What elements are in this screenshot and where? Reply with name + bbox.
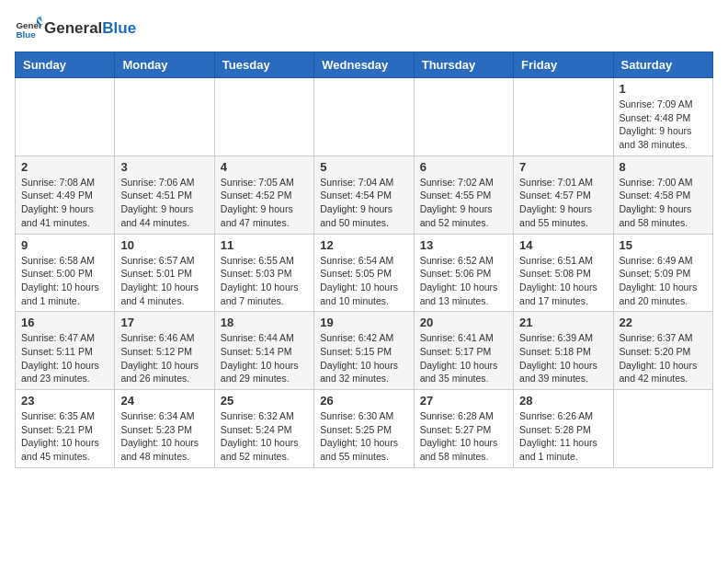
day-cell: 14Sunrise: 6:51 AM Sunset: 5:08 PM Dayli… bbox=[514, 234, 613, 312]
day-cell: 22Sunrise: 6:37 AM Sunset: 5:20 PM Dayli… bbox=[613, 312, 712, 390]
day-info: Sunrise: 6:28 AM Sunset: 5:27 PM Dayligh… bbox=[420, 409, 507, 464]
day-cell: 21Sunrise: 6:39 AM Sunset: 5:18 PM Dayli… bbox=[514, 312, 613, 390]
day-number: 26 bbox=[320, 394, 407, 408]
day-cell: 27Sunrise: 6:28 AM Sunset: 5:27 PM Dayli… bbox=[414, 390, 513, 468]
day-number: 20 bbox=[420, 316, 507, 329]
day-cell: 12Sunrise: 6:54 AM Sunset: 5:05 PM Dayli… bbox=[314, 234, 414, 312]
day-cell: 18Sunrise: 6:44 AM Sunset: 5:14 PM Dayli… bbox=[214, 312, 313, 390]
day-cell bbox=[314, 78, 414, 156]
logo-general-text: General bbox=[44, 19, 102, 37]
day-info: Sunrise: 6:58 AM Sunset: 5:00 PM Dayligh… bbox=[21, 254, 108, 308]
day-cell: 25Sunrise: 6:32 AM Sunset: 5:24 PM Dayli… bbox=[214, 390, 313, 468]
day-info: Sunrise: 6:46 AM Sunset: 5:12 PM Dayligh… bbox=[120, 331, 208, 385]
day-cell: 15Sunrise: 6:49 AM Sunset: 5:09 PM Dayli… bbox=[613, 234, 712, 312]
week-row-3: 9Sunrise: 6:58 AM Sunset: 5:00 PM Daylig… bbox=[16, 234, 713, 312]
day-cell: 28Sunrise: 6:26 AM Sunset: 5:28 PM Dayli… bbox=[514, 390, 613, 468]
day-cell: 16Sunrise: 6:47 AM Sunset: 5:11 PM Dayli… bbox=[16, 312, 115, 390]
header-sunday: Sunday bbox=[16, 52, 115, 78]
header-monday: Monday bbox=[115, 52, 214, 78]
day-number: 12 bbox=[320, 238, 407, 252]
day-number: 6 bbox=[420, 160, 507, 174]
day-info: Sunrise: 6:44 AM Sunset: 5:14 PM Dayligh… bbox=[221, 331, 308, 385]
day-cell: 24Sunrise: 6:34 AM Sunset: 5:23 PM Dayli… bbox=[115, 390, 214, 468]
calendar: SundayMondayTuesdayWednesdayThursdayFrid… bbox=[15, 52, 713, 468]
day-cell: 3Sunrise: 7:06 AM Sunset: 4:51 PM Daylig… bbox=[115, 155, 214, 234]
day-number: 27 bbox=[420, 394, 507, 408]
day-cell: 20Sunrise: 6:41 AM Sunset: 5:17 PM Dayli… bbox=[414, 312, 513, 390]
day-cell bbox=[16, 78, 115, 156]
day-number: 21 bbox=[519, 316, 607, 329]
day-info: Sunrise: 6:30 AM Sunset: 5:25 PM Dayligh… bbox=[320, 409, 407, 464]
day-number: 9 bbox=[21, 238, 108, 252]
day-info: Sunrise: 7:02 AM Sunset: 4:55 PM Dayligh… bbox=[420, 176, 507, 230]
day-number: 23 bbox=[21, 394, 108, 408]
day-info: Sunrise: 6:41 AM Sunset: 5:17 PM Dayligh… bbox=[420, 331, 507, 385]
day-number: 2 bbox=[21, 160, 108, 174]
day-info: Sunrise: 6:37 AM Sunset: 5:20 PM Dayligh… bbox=[620, 331, 707, 385]
day-info: Sunrise: 6:49 AM Sunset: 5:09 PM Dayligh… bbox=[620, 254, 707, 308]
day-number: 16 bbox=[21, 316, 108, 329]
day-number: 19 bbox=[320, 316, 407, 329]
day-info: Sunrise: 7:05 AM Sunset: 4:52 PM Dayligh… bbox=[221, 176, 308, 230]
header-wednesday: Wednesday bbox=[314, 52, 414, 78]
day-info: Sunrise: 7:01 AM Sunset: 4:57 PM Dayligh… bbox=[519, 176, 607, 230]
day-info: Sunrise: 6:52 AM Sunset: 5:06 PM Dayligh… bbox=[420, 254, 507, 308]
day-info: Sunrise: 6:42 AM Sunset: 5:15 PM Dayligh… bbox=[320, 331, 407, 385]
day-number: 28 bbox=[519, 394, 607, 408]
day-number: 5 bbox=[320, 160, 407, 174]
header-thursday: Thursday bbox=[414, 52, 513, 78]
logo-blue-text: Blue bbox=[102, 19, 136, 37]
day-cell: 8Sunrise: 7:00 AM Sunset: 4:58 PM Daylig… bbox=[613, 155, 712, 234]
day-cell: 10Sunrise: 6:57 AM Sunset: 5:01 PM Dayli… bbox=[115, 234, 214, 312]
day-number: 18 bbox=[221, 316, 308, 329]
day-info: Sunrise: 7:09 AM Sunset: 4:48 PM Dayligh… bbox=[620, 98, 707, 152]
day-info: Sunrise: 6:47 AM Sunset: 5:11 PM Dayligh… bbox=[21, 331, 108, 385]
day-number: 17 bbox=[120, 316, 208, 329]
header-saturday: Saturday bbox=[613, 52, 712, 78]
day-info: Sunrise: 7:00 AM Sunset: 4:58 PM Dayligh… bbox=[620, 176, 707, 230]
day-cell: 2Sunrise: 7:08 AM Sunset: 4:49 PM Daylig… bbox=[16, 155, 115, 234]
day-cell bbox=[514, 78, 613, 156]
day-cell: 19Sunrise: 6:42 AM Sunset: 5:15 PM Dayli… bbox=[314, 312, 414, 390]
day-number: 24 bbox=[120, 394, 208, 408]
day-number: 8 bbox=[620, 160, 707, 174]
day-cell: 1Sunrise: 7:09 AM Sunset: 4:48 PM Daylig… bbox=[613, 78, 712, 156]
day-cell: 7Sunrise: 7:01 AM Sunset: 4:57 PM Daylig… bbox=[514, 155, 613, 234]
day-number: 22 bbox=[620, 316, 707, 329]
day-info: Sunrise: 7:08 AM Sunset: 4:49 PM Dayligh… bbox=[21, 176, 108, 230]
week-row-2: 2Sunrise: 7:08 AM Sunset: 4:49 PM Daylig… bbox=[16, 155, 713, 234]
day-cell bbox=[115, 78, 214, 156]
week-row-1: 1Sunrise: 7:09 AM Sunset: 4:48 PM Daylig… bbox=[16, 78, 713, 156]
day-info: Sunrise: 7:04 AM Sunset: 4:54 PM Dayligh… bbox=[320, 176, 407, 230]
day-info: Sunrise: 6:57 AM Sunset: 5:01 PM Dayligh… bbox=[120, 254, 208, 308]
calendar-header-row: SundayMondayTuesdayWednesdayThursdayFrid… bbox=[16, 52, 713, 78]
day-number: 11 bbox=[221, 238, 308, 252]
day-cell: 23Sunrise: 6:35 AM Sunset: 5:21 PM Dayli… bbox=[16, 390, 115, 468]
day-number: 14 bbox=[519, 238, 607, 252]
day-info: Sunrise: 6:32 AM Sunset: 5:24 PM Dayligh… bbox=[221, 409, 308, 464]
day-number: 7 bbox=[519, 160, 607, 174]
day-cell: 6Sunrise: 7:02 AM Sunset: 4:55 PM Daylig… bbox=[414, 155, 513, 234]
day-cell bbox=[414, 78, 513, 156]
day-cell: 26Sunrise: 6:30 AM Sunset: 5:25 PM Dayli… bbox=[314, 390, 414, 468]
day-cell: 5Sunrise: 7:04 AM Sunset: 4:54 PM Daylig… bbox=[314, 155, 414, 234]
logo-icon: General Blue bbox=[15, 15, 42, 42]
day-info: Sunrise: 6:26 AM Sunset: 5:28 PM Dayligh… bbox=[519, 409, 607, 464]
day-info: Sunrise: 6:34 AM Sunset: 5:23 PM Dayligh… bbox=[120, 409, 208, 464]
header: General Blue GeneralBlue bbox=[15, 15, 713, 42]
day-info: Sunrise: 6:55 AM Sunset: 5:03 PM Dayligh… bbox=[221, 254, 308, 308]
day-cell bbox=[214, 78, 313, 156]
week-row-5: 23Sunrise: 6:35 AM Sunset: 5:21 PM Dayli… bbox=[16, 390, 713, 468]
day-number: 25 bbox=[221, 394, 308, 408]
day-cell: 9Sunrise: 6:58 AM Sunset: 5:00 PM Daylig… bbox=[16, 234, 115, 312]
day-info: Sunrise: 7:06 AM Sunset: 4:51 PM Dayligh… bbox=[120, 176, 208, 230]
day-number: 4 bbox=[221, 160, 308, 174]
day-number: 3 bbox=[120, 160, 208, 174]
header-friday: Friday bbox=[514, 52, 613, 78]
day-number: 1 bbox=[620, 82, 707, 96]
day-info: Sunrise: 6:39 AM Sunset: 5:18 PM Dayligh… bbox=[519, 331, 607, 385]
svg-text:Blue: Blue bbox=[17, 29, 37, 40]
day-number: 13 bbox=[420, 238, 507, 252]
day-cell bbox=[613, 390, 712, 468]
day-info: Sunrise: 6:35 AM Sunset: 5:21 PM Dayligh… bbox=[21, 409, 108, 464]
